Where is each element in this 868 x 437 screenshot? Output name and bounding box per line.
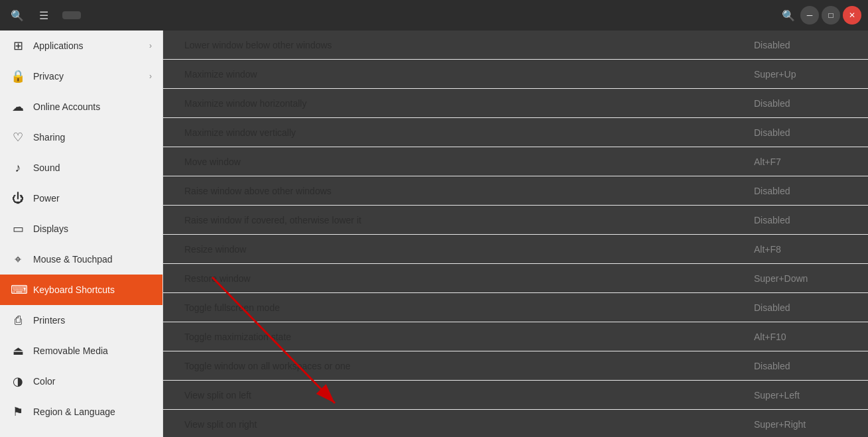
sidebar-item-label-privacy: Privacy [33, 71, 141, 82]
sidebar-item-label-sound: Sound [33, 162, 152, 173]
shortcut-value: Super+Right [741, 419, 847, 430]
maximize-button[interactable]: □ [822, 6, 840, 25]
sidebar-item-online-accounts[interactable]: ☁Online Accounts [0, 92, 162, 122]
sidebar-item-mouse-touchpad[interactable]: ⌖Mouse & Touchpad [0, 244, 162, 275]
shortcut-value: Disabled [741, 186, 847, 196]
sidebar-item-label-mouse-touchpad: Mouse & Touchpad [33, 254, 152, 265]
sidebar-item-label-applications: Applications [33, 40, 141, 51]
shortcut-name: View split on right [184, 419, 741, 430]
shortcut-value: Alt+F10 [741, 332, 847, 342]
reset-all-button[interactable] [62, 11, 81, 19]
chevron-icon: › [149, 41, 152, 50]
search-icon[interactable]: 🔍 [779, 6, 798, 25]
shortcut-name: Lower window below other windows [184, 40, 741, 50]
sidebar-item-power[interactable]: ⏻Power [0, 183, 162, 214]
sidebar-item-color[interactable]: ◑Color [0, 366, 162, 397]
sidebar-item-label-power: Power [33, 193, 152, 204]
shortcut-row[interactable]: Toggle maximization stateAlt+F10 [163, 322, 868, 351]
sidebar-item-label-keyboard-shortcuts: Keyboard Shortcuts [33, 284, 152, 295]
titlebar: 🔍 ☰ 🔍 ─ □ ✕ [0, 0, 868, 31]
sound-icon: ♪ [11, 161, 25, 175]
sidebar-item-label-online-accounts: Online Accounts [33, 101, 152, 112]
shortcut-name: Maximize window horizontally [184, 98, 741, 109]
online-accounts-icon: ☁ [11, 99, 25, 114]
close-button[interactable]: ✕ [843, 6, 861, 25]
shortcut-name: Raise window if covered, otherwise lower… [184, 215, 741, 225]
printers-icon: ⎙ [11, 314, 25, 328]
sidebar-item-printers[interactable]: ⎙Printers [0, 305, 162, 336]
sidebar-item-label-printers: Printers [33, 315, 152, 326]
main-layout: ⊞Applications›🔒Privacy›☁Online Accounts♡… [0, 31, 868, 437]
privacy-icon: 🔒 [11, 69, 25, 84]
shortcut-name: Resize window [184, 244, 741, 255]
shortcut-name: Toggle maximization state [184, 332, 741, 342]
minimize-button[interactable]: ─ [800, 6, 819, 25]
shortcut-value: Disabled [741, 361, 847, 371]
shortcut-name: View split on left [184, 390, 741, 401]
shortcut-name: Maximize window vertically [184, 127, 741, 138]
shortcut-value: Disabled [741, 302, 847, 313]
shortcut-row[interactable]: View split on rightSuper+Right [163, 410, 868, 437]
shortcut-row[interactable]: Move windowAlt+F7 [163, 147, 868, 176]
sidebar-item-label-displays: Displays [33, 223, 152, 234]
shortcut-row[interactable]: Raise window if covered, otherwise lower… [163, 206, 868, 235]
window-controls: 🔍 ─ □ ✕ [779, 6, 861, 25]
applications-icon: ⊞ [11, 38, 25, 53]
shortcut-value: Disabled [741, 98, 847, 109]
sidebar-item-region-language[interactable]: ⚑Region & Language [0, 397, 162, 427]
shortcuts-table: Lower window below other windowsDisabled… [163, 31, 868, 437]
shortcut-row[interactable]: Toggle window on all workspaces or oneDi… [163, 351, 868, 381]
shortcut-name: Maximize window [184, 69, 741, 80]
shortcut-value: Alt+F8 [741, 244, 847, 255]
sidebar-item-displays[interactable]: ▭Displays [0, 214, 162, 244]
sidebar-item-label-removable-media: Removable Media [33, 345, 152, 356]
sidebar-item-removable-media[interactable]: ⏏Removable Media [0, 336, 162, 366]
shortcut-value: Super+Left [741, 390, 847, 401]
shortcut-name: Move window [184, 156, 741, 167]
keyboard-shortcuts-icon: ⌨ [11, 282, 25, 297]
mouse-touchpad-icon: ⌖ [11, 253, 25, 267]
shortcut-row[interactable]: Restore windowSuper+Down [163, 264, 868, 293]
shortcut-row[interactable]: View split on leftSuper+Left [163, 381, 868, 410]
shortcut-value: Super+Up [741, 69, 847, 80]
sidebar-item-label-region-language: Region & Language [33, 406, 152, 417]
sidebar: ⊞Applications›🔒Privacy›☁Online Accounts♡… [0, 31, 163, 437]
shortcut-value: Disabled [741, 215, 847, 225]
sidebar-item-label-sharing: Sharing [33, 132, 152, 143]
sidebar-item-label-color: Color [33, 376, 152, 387]
sidebar-item-applications[interactable]: ⊞Applications› [0, 31, 162, 61]
sidebar-item-universal-access[interactable]: ⊕Universal Access [0, 427, 162, 437]
shortcut-value: Disabled [741, 127, 847, 138]
shortcut-name: Toggle fullscreen mode [184, 302, 741, 313]
chevron-icon: › [149, 72, 152, 81]
menu-button[interactable]: ☰ [33, 5, 54, 26]
shortcut-row[interactable]: Raise window above other windowsDisabled [163, 176, 868, 206]
shortcut-value: Alt+F7 [741, 156, 847, 167]
content-wrapper: Lower window below other windowsDisabled… [163, 31, 868, 437]
shortcut-row[interactable]: Maximize windowSuper+Up [163, 60, 868, 89]
shortcut-value: Disabled [741, 40, 847, 50]
sidebar-item-keyboard-shortcuts[interactable]: ⌨Keyboard Shortcuts [0, 275, 162, 305]
shortcut-name: Restore window [184, 273, 741, 284]
shortcut-row[interactable]: Resize windowAlt+F8 [163, 235, 868, 264]
shortcut-name: Toggle window on all workspaces or one [184, 361, 741, 371]
displays-icon: ▭ [11, 221, 25, 236]
shortcut-row[interactable]: Lower window below other windowsDisabled [163, 31, 868, 60]
shortcut-value: Super+Down [741, 273, 847, 284]
shortcut-row[interactable]: Toggle fullscreen modeDisabled [163, 293, 868, 322]
power-icon: ⏻ [11, 192, 25, 206]
search-button[interactable]: 🔍 [7, 5, 28, 26]
sharing-icon: ♡ [11, 130, 25, 145]
shortcut-name: Raise window above other windows [184, 186, 741, 196]
shortcut-row[interactable]: Maximize window verticallyDisabled [163, 118, 868, 147]
shortcut-row[interactable]: Maximize window horizontallyDisabled [163, 89, 868, 118]
region-language-icon: ⚑ [11, 405, 25, 419]
sidebar-item-sound[interactable]: ♪Sound [0, 153, 162, 183]
color-icon: ◑ [11, 374, 25, 389]
removable-media-icon: ⏏ [11, 343, 25, 358]
sidebar-item-sharing[interactable]: ♡Sharing [0, 122, 162, 153]
sidebar-item-privacy[interactable]: 🔒Privacy› [0, 61, 162, 92]
